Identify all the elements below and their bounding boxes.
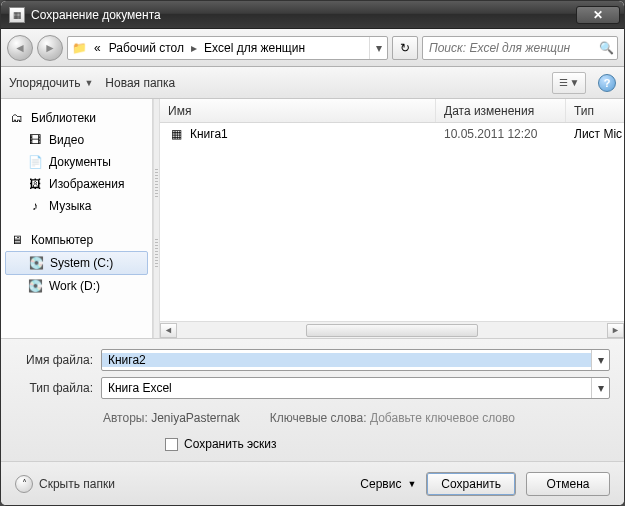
save-button[interactable]: Сохранить	[426, 472, 516, 496]
authors-value[interactable]: JeniyaPasternak	[151, 411, 240, 425]
libraries-icon: 🗂	[9, 110, 25, 126]
video-icon: 🎞	[27, 132, 43, 148]
chevron-down-icon: ▼	[407, 479, 416, 489]
search-icon: 🔍	[595, 41, 617, 55]
back-arrow-icon: ◄	[14, 41, 26, 55]
sidebar-systemc[interactable]: 💽 System (C:)	[5, 251, 148, 275]
crumb-prefix: «	[90, 41, 105, 55]
new-folder-label: Новая папка	[105, 76, 175, 90]
back-button[interactable]: ◄	[7, 35, 33, 61]
scroll-left-button[interactable]: ◄	[160, 323, 177, 338]
file-type: Лист Mic	[566, 127, 624, 141]
drive-icon: 💽	[27, 278, 43, 294]
filename-label: Имя файла:	[15, 353, 101, 367]
computer-icon: 🖥	[9, 232, 25, 248]
filename-combo[interactable]: ▾	[101, 349, 610, 371]
column-headers: Имя Дата изменения Тип	[160, 99, 624, 123]
view-icon: ☰	[559, 77, 568, 88]
sidebar-video[interactable]: 🎞 Видео	[1, 129, 152, 151]
form-area: Имя файла: ▾ Тип файла: ▾ Авторы: Jeniya…	[1, 338, 624, 461]
sidebar-workd[interactable]: 💽 Work (D:)	[1, 275, 152, 297]
metadata-row: Авторы: JeniyaPasternak Ключевые слова: …	[15, 405, 610, 435]
save-dialog: ▦ Сохранение документа ✕ ◄ ► 📁 « Рабочий…	[0, 0, 625, 506]
body: 🗂 Библиотеки 🎞 Видео 📄 Документы 🖼 Изобр…	[1, 99, 624, 338]
col-type[interactable]: Тип	[566, 99, 624, 122]
sidebar-label: Музыка	[49, 199, 91, 213]
address-dropdown[interactable]: ▾	[369, 37, 387, 59]
crumb-desktop[interactable]: Рабочий стол	[105, 41, 188, 55]
grip-icon	[155, 169, 158, 199]
toolbar: Упорядочить ▼ Новая папка ☰ ▼ ?	[1, 67, 624, 99]
sidebar-computer[interactable]: 🖥 Компьютер	[1, 229, 152, 251]
sidebar-music[interactable]: ♪ Музыка	[1, 195, 152, 217]
refresh-icon: ↻	[400, 41, 410, 55]
service-label: Сервис	[360, 477, 401, 491]
search-input[interactable]	[423, 41, 595, 55]
chevron-down-icon[interactable]: ▾	[591, 350, 609, 370]
music-icon: ♪	[27, 198, 43, 214]
file-date: 10.05.2011 12:20	[436, 127, 566, 141]
file-list[interactable]: ▦ Книга1 10.05.2011 12:20 Лист Mic	[160, 123, 624, 321]
file-area: Имя Дата изменения Тип ▦ Книга1 10.05.20…	[160, 99, 624, 338]
chevron-down-icon: ▼	[570, 77, 580, 88]
help-button[interactable]: ?	[598, 74, 616, 92]
scroll-thumb[interactable]	[306, 324, 478, 337]
window-title: Сохранение документа	[31, 8, 576, 22]
sidebar-documents[interactable]: 📄 Документы	[1, 151, 152, 173]
organize-button[interactable]: Упорядочить ▼	[9, 76, 93, 90]
refresh-button[interactable]: ↻	[392, 36, 418, 60]
keywords-key: Ключевые слова:	[270, 411, 367, 425]
keywords-value[interactable]: Добавьте ключевое слово	[370, 411, 515, 425]
view-options-button[interactable]: ☰ ▼	[552, 72, 586, 94]
col-date[interactable]: Дата изменения	[436, 99, 566, 122]
titlebar: ▦ Сохранение документа ✕	[1, 1, 624, 29]
forward-button[interactable]: ►	[37, 35, 63, 61]
chevron-down-icon: ▼	[84, 78, 93, 88]
crumb-sep-icon: ▸	[188, 41, 200, 55]
filetype-combo[interactable]: ▾	[101, 377, 610, 399]
filetype-input[interactable]	[102, 381, 591, 395]
hide-folders-label: Скрыть папки	[39, 477, 115, 491]
address-bar[interactable]: 📁 « Рабочий стол ▸ Excel для женщин ▾	[67, 36, 388, 60]
folder-icon: 📁	[68, 41, 90, 55]
splitter[interactable]	[153, 99, 160, 338]
close-button[interactable]: ✕	[576, 6, 620, 24]
organize-label: Упорядочить	[9, 76, 80, 90]
authors-key: Авторы:	[103, 411, 148, 425]
sidebar-images[interactable]: 🖼 Изображения	[1, 173, 152, 195]
crumb-folder[interactable]: Excel для женщин	[200, 41, 309, 55]
filetype-label: Тип файла:	[15, 381, 101, 395]
sidebar-label: Документы	[49, 155, 111, 169]
documents-icon: 📄	[27, 154, 43, 170]
scroll-track[interactable]	[177, 323, 607, 338]
sidebar-label: Изображения	[49, 177, 124, 191]
new-folder-button[interactable]: Новая папка	[105, 76, 175, 90]
sidebar-label: Библиотеки	[31, 111, 96, 125]
excel-file-icon: ▦	[168, 126, 184, 142]
thumbnail-label: Сохранить эскиз	[184, 437, 277, 451]
chevron-up-icon: ˄	[15, 475, 33, 493]
chevron-down-icon[interactable]: ▾	[591, 378, 609, 398]
thumbnail-checkbox[interactable]	[165, 438, 178, 451]
images-icon: 🖼	[27, 176, 43, 192]
cancel-button[interactable]: Отмена	[526, 472, 610, 496]
navbar: ◄ ► 📁 « Рабочий стол ▸ Excel для женщин …	[1, 29, 624, 67]
app-icon: ▦	[9, 7, 25, 23]
sidebar-libraries[interactable]: 🗂 Библиотеки	[1, 107, 152, 129]
service-button[interactable]: Сервис ▼	[360, 477, 416, 491]
sidebar-label: System (C:)	[50, 256, 113, 270]
file-name: Книга1	[190, 127, 228, 141]
forward-arrow-icon: ►	[44, 41, 56, 55]
horizontal-scrollbar[interactable]: ◄ ►	[160, 321, 624, 338]
scroll-right-button[interactable]: ►	[607, 323, 624, 338]
sidebar-label: Видео	[49, 133, 84, 147]
sidebar: 🗂 Библиотеки 🎞 Видео 📄 Документы 🖼 Изобр…	[1, 99, 153, 338]
sidebar-label: Work (D:)	[49, 279, 100, 293]
footer: ˄ Скрыть папки Сервис ▼ Сохранить Отмена	[1, 461, 624, 505]
hide-folders-button[interactable]: ˄ Скрыть папки	[15, 475, 115, 493]
search-box[interactable]: 🔍	[422, 36, 618, 60]
file-row[interactable]: ▦ Книга1 10.05.2011 12:20 Лист Mic	[160, 123, 624, 145]
col-name[interactable]: Имя	[160, 99, 436, 122]
filename-input[interactable]	[102, 353, 591, 367]
grip-icon	[155, 239, 158, 269]
